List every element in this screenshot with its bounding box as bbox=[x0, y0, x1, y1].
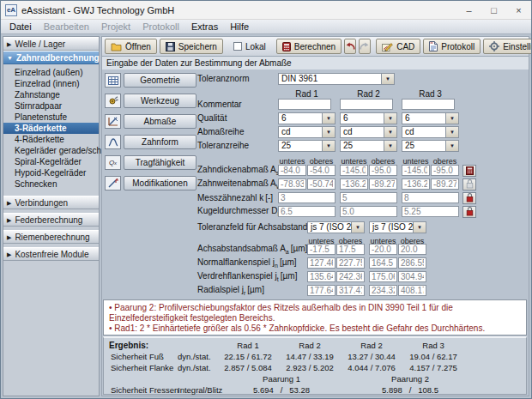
radialspiel-p2-unteres[interactable] bbox=[369, 285, 397, 296]
radialspiel-p2-oberes[interactable] bbox=[398, 285, 426, 296]
save-button[interactable]: Speichern bbox=[160, 39, 223, 54]
lock-open-button[interactable] bbox=[462, 178, 476, 190]
section-zahnform-button[interactable]: Zahnform bbox=[124, 135, 196, 149]
sidebar-item-planetenstufe[interactable]: Planetenstufe bbox=[3, 112, 99, 123]
qualitaet-rad3-select[interactable]: 6▼ bbox=[402, 112, 459, 124]
normalflanken-p2-oberes[interactable] bbox=[398, 257, 426, 269]
section-abmasse-button[interactable]: Abmaße bbox=[124, 114, 196, 129]
normalflanken-p1-unteres[interactable] bbox=[307, 257, 336, 269]
toleranzreihe-rad1-select[interactable]: 25▼ bbox=[278, 140, 336, 152]
verdrehflanken-p1-oberes[interactable] bbox=[336, 271, 365, 282]
qualitaet-rad2-select[interactable]: 6▼ bbox=[340, 112, 397, 124]
calculator-row-button[interactable] bbox=[462, 165, 476, 177]
chevron-down-icon[interactable]: ▼ bbox=[446, 140, 459, 152]
chevron-down-icon[interactable]: ▼ bbox=[384, 112, 397, 124]
achsabstand-paarung2-select[interactable]: js 7 (ISO 286)▼ bbox=[369, 221, 426, 233]
achsabstand-paarung1-select[interactable]: js 7 (ISO 286)▼ bbox=[307, 221, 365, 233]
menu-extras[interactable]: Extras bbox=[185, 21, 224, 32]
achsabstand-p2-unteres[interactable] bbox=[369, 244, 397, 255]
zahndicken-rad3-unteres[interactable] bbox=[402, 165, 430, 176]
sidebar-item-4-raederkette[interactable]: 4-Räderkette bbox=[3, 134, 99, 145]
zahndicken-rad1-unteres[interactable] bbox=[278, 165, 306, 176]
zahndicken-rad2-oberes[interactable] bbox=[369, 165, 397, 176]
qualitaet-rad1-select[interactable]: 6▼ bbox=[278, 112, 336, 124]
chevron-down-icon[interactable]: ▼ bbox=[446, 112, 459, 124]
chevron-down-icon[interactable]: ▼ bbox=[414, 221, 426, 233]
sidebar-item-3-raederkette[interactable]: 3-Räderkette bbox=[3, 123, 99, 134]
verdrehflanken-p2-unteres[interactable] bbox=[369, 271, 397, 282]
section-modifikationen-button[interactable]: Modifikationen bbox=[124, 176, 196, 190]
kugeldurchmesser-rad1[interactable] bbox=[278, 206, 336, 217]
undo-button[interactable] bbox=[344, 39, 356, 54]
chevron-down-icon[interactable]: ▼ bbox=[323, 140, 336, 152]
lokal-checkbox[interactable] bbox=[233, 42, 242, 51]
sidebar-item-hypoid-kegelraeder[interactable]: Hypoid-Kegelräder bbox=[3, 167, 99, 178]
zahnweiten-rad3-oberes[interactable] bbox=[431, 178, 459, 190]
toleranznorm-select[interactable]: DIN 3961 ▼ bbox=[278, 73, 395, 85]
sidebar-item-einzelrad-innen[interactable]: Einzelrad (innen) bbox=[3, 78, 99, 89]
cad-button[interactable]: CAD bbox=[376, 39, 420, 54]
section-werkzeug-button[interactable]: Werkzeug bbox=[124, 94, 196, 108]
radialspiel-p1-unteres[interactable] bbox=[307, 285, 336, 296]
chevron-down-icon[interactable]: ▼ bbox=[352, 221, 365, 233]
close-button[interactable]: × bbox=[506, 1, 531, 19]
maximize-button[interactable]: □ bbox=[481, 1, 506, 19]
section-tragfaehigkeit-button[interactable]: Tragfähigkeit bbox=[124, 155, 196, 170]
sidebar-item-schnecken[interactable]: Schnecken bbox=[3, 178, 99, 190]
normalflanken-p1-oberes[interactable] bbox=[336, 257, 365, 269]
sidebar-group-kostenfreie-module[interactable]: ▶ Kostenfreie Module bbox=[3, 247, 99, 261]
normalflanken-p2-unteres[interactable] bbox=[369, 257, 397, 269]
sidebar-item-zahnstange[interactable]: Zahnstange bbox=[3, 89, 99, 100]
messzaehnezahl-rad3[interactable] bbox=[402, 192, 459, 203]
achsabstand-p2-oberes[interactable] bbox=[398, 244, 426, 255]
kommentar-rad2-input[interactable] bbox=[340, 99, 393, 110]
kommentar-rad1-input[interactable] bbox=[278, 99, 331, 110]
zahnweiten-rad1-oberes[interactable] bbox=[307, 178, 336, 190]
menu-datei[interactable]: Datei bbox=[3, 21, 38, 32]
achsabstand-p1-unteres[interactable] bbox=[307, 244, 336, 255]
abmassreihe-rad3-select[interactable]: cd▼ bbox=[402, 126, 459, 138]
kugeldurchmesser-rad3[interactable] bbox=[402, 206, 459, 217]
verdrehflanken-p1-unteres[interactable] bbox=[307, 271, 336, 282]
sidebar-item-stirnradpaar[interactable]: Stirnradpaar bbox=[3, 100, 99, 112]
verdrehflanken-p2-oberes[interactable] bbox=[398, 271, 426, 282]
zahnweiten-rad2-unteres[interactable] bbox=[340, 178, 368, 190]
protokoll-button[interactable]: Protokoll bbox=[423, 39, 481, 54]
lock-closed-button[interactable] bbox=[462, 192, 476, 204]
sidebar-group-verbindungen[interactable]: ▶ Verbindungen bbox=[3, 196, 99, 209]
abmassreihe-rad2-select[interactable]: cd▼ bbox=[340, 126, 397, 138]
kugeldurchmesser-rad2[interactable] bbox=[340, 206, 397, 217]
chevron-down-icon[interactable]: ▼ bbox=[323, 126, 336, 138]
kommentar-rad3-input[interactable] bbox=[402, 99, 455, 110]
settings-button[interactable]: Einstellungen bbox=[483, 39, 532, 54]
sidebar-item-einzelrad-aussen[interactable]: Einzelrad (außen) bbox=[3, 67, 99, 78]
zahndicken-rad2-unteres[interactable] bbox=[340, 165, 368, 176]
sidebar-group-zahnradberechnung[interactable]: ▼ Zahnradberechnung bbox=[3, 51, 99, 64]
sidebar-group-welle-lager[interactable]: ▶ Welle / Lager bbox=[3, 37, 99, 51]
chevron-down-icon[interactable]: ▼ bbox=[446, 126, 459, 138]
sidebar-item-kegelraeder[interactable]: Kegelräder gerade/schräg bbox=[3, 145, 99, 156]
chevron-down-icon[interactable]: ▼ bbox=[323, 112, 336, 124]
zahnweiten-rad1-unteres[interactable] bbox=[278, 178, 306, 190]
open-button[interactable]: Öffnen bbox=[105, 39, 157, 54]
sidebar-group-federberechnung[interactable]: ▶ Federberechnung bbox=[3, 213, 99, 227]
chevron-down-icon[interactable]: ▼ bbox=[384, 126, 397, 138]
toleranzreihe-rad3-select[interactable]: 25▼ bbox=[402, 140, 459, 152]
achsabstand-p1-oberes[interactable] bbox=[336, 244, 365, 255]
chevron-down-icon[interactable]: ▼ bbox=[384, 140, 397, 152]
radialspiel-p1-oberes[interactable] bbox=[336, 285, 365, 296]
messzaehnezahl-rad2[interactable] bbox=[340, 192, 397, 203]
messzaehnezahl-rad1[interactable] bbox=[278, 192, 336, 203]
sidebar-item-spiral-kegelraeder[interactable]: Spiral-Kegelräder bbox=[3, 156, 99, 167]
calculate-button[interactable]: Berechnen bbox=[276, 39, 342, 54]
minimize-button[interactable]: – bbox=[456, 1, 481, 19]
menu-hilfe[interactable]: Hilfe bbox=[224, 21, 255, 32]
zahnweiten-rad2-oberes[interactable] bbox=[369, 178, 397, 190]
abmassreihe-rad1-select[interactable]: cd▼ bbox=[278, 126, 336, 138]
zahnweiten-rad3-unteres[interactable] bbox=[402, 178, 430, 190]
toleranzreihe-rad2-select[interactable]: 25▼ bbox=[340, 140, 397, 152]
zahndicken-rad3-oberes[interactable] bbox=[431, 165, 459, 176]
zahndicken-rad1-oberes[interactable] bbox=[307, 165, 336, 176]
sidebar-group-riemenberechnung[interactable]: ▶ Riemenberechnung bbox=[3, 230, 99, 244]
lock-closed-button[interactable] bbox=[462, 206, 476, 218]
